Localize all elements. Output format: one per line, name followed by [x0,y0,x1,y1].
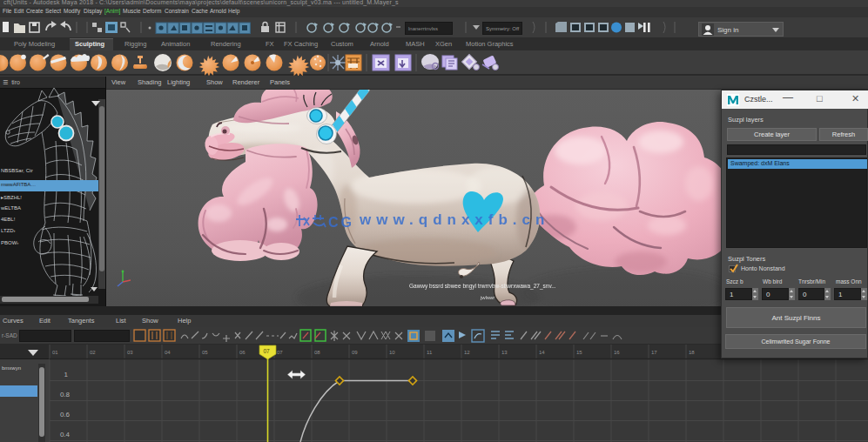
svg-text:10: 10 [389,350,395,355]
svg-text:CG: CG [328,215,354,230]
svg-text:07: 07 [264,348,271,354]
svg-text:0.4: 0.4 [60,431,71,439]
svg-text:03: 03 [127,350,133,355]
svg-text:09: 09 [352,350,358,355]
svg-text:13: 13 [501,350,508,355]
svg-text:0.6: 0.6 [60,411,71,419]
svg-text:15: 15 [576,350,582,355]
svg-text:0.8: 0.8 [60,391,71,398]
svg-text:01: 01 [52,350,58,355]
svg-text:14: 14 [539,350,545,355]
svg-text:07: 07 [277,350,283,355]
svg-text:08: 08 [314,350,320,355]
svg-text:11: 11 [427,350,433,355]
svg-text:02: 02 [90,350,96,355]
svg-text:05: 05 [202,350,208,355]
svg-text:06: 06 [239,350,246,355]
svg-text:04: 04 [165,350,171,355]
svg-text:16: 16 [614,350,620,355]
svg-text:17: 17 [651,350,657,355]
svg-text:1: 1 [64,371,69,378]
svg-text:18: 18 [689,350,695,355]
svg-text:12: 12 [464,350,470,355]
